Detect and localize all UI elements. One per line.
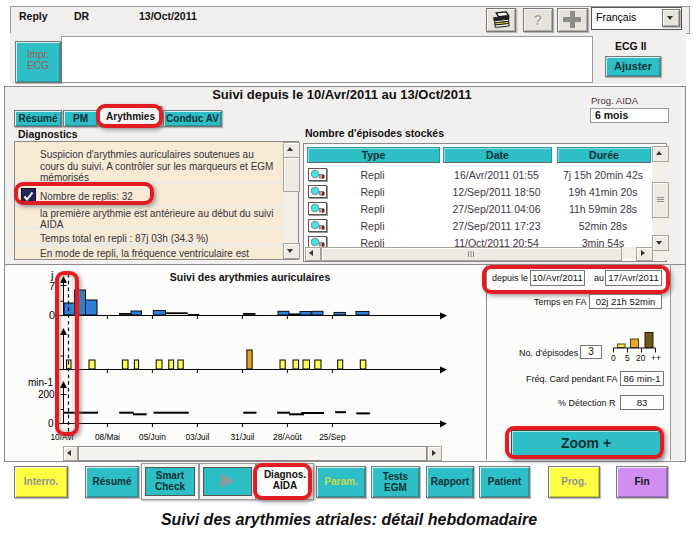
svg-text:08/Mai: 08/Mai	[95, 432, 120, 442]
svg-text:++: ++	[651, 353, 661, 363]
svg-text:200: 200	[38, 389, 55, 400]
svg-text:25/Sep: 25/Sep	[319, 432, 346, 442]
svg-text:03/Juil: 03/Juil	[185, 432, 209, 442]
svg-text:5: 5	[625, 353, 630, 363]
svg-text:28/Août: 28/Août	[273, 432, 302, 442]
svg-text:0: 0	[611, 353, 616, 363]
svg-text:min-1: min-1	[28, 377, 53, 388]
svg-text:0: 0	[48, 418, 54, 429]
svg-text:31/Juil: 31/Juil	[230, 432, 254, 442]
svg-text:20: 20	[636, 353, 646, 363]
svg-text:05/Juin: 05/Juin	[139, 432, 166, 442]
